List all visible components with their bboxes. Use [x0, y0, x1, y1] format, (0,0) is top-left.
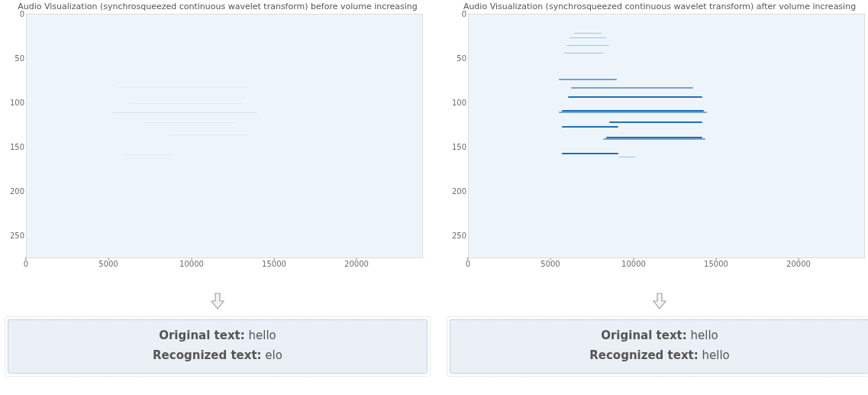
ytick: 200 [452, 187, 466, 196]
ytick: 250 [452, 231, 466, 240]
panel-before: Audio Visualization (synchrosqueezed con… [5, 0, 431, 377]
ytick: 0 [462, 10, 466, 18]
ytick: 150 [10, 143, 24, 151]
panel-after: Audio Visualization (synchrosqueezed con… [447, 0, 868, 377]
ytick: 100 [10, 99, 24, 107]
arrow-before [5, 292, 431, 316]
xtick: 5000 [98, 260, 118, 268]
xtick: 5000 [540, 260, 560, 268]
result-original-before: Original text: hello [11, 326, 424, 346]
xtick: 0 [466, 260, 470, 268]
ytick: 250 [10, 231, 24, 240]
result-recognized-before: Recognized text: elo [11, 346, 424, 366]
result-recognized-after: Recognized text: hello [453, 346, 866, 366]
result-box-after: Original text: hello Recognized text: he… [450, 319, 868, 374]
xtick: 15000 [704, 260, 728, 268]
xtick: 15000 [262, 260, 286, 268]
down-arrow-icon [210, 292, 225, 310]
xtick: 0 [24, 260, 28, 268]
ytick: 0 [20, 10, 24, 18]
down-arrow-icon [652, 292, 667, 310]
xtick: 20000 [786, 260, 811, 268]
plot-area-after [468, 14, 865, 258]
page: Audio Visualization (synchrosqueezed con… [0, 0, 868, 395]
chart-title-before: Audio Visualization (synchrosqueezed con… [5, 2, 431, 11]
xtick: 20000 [344, 260, 369, 268]
ytick: 200 [10, 187, 24, 196]
result-outer-after: Original text: hello Recognized text: he… [447, 316, 868, 377]
arrow-after [447, 292, 868, 316]
result-original-after: Original text: hello [453, 326, 866, 346]
chart-title-after: Audio Visualization (synchrosqueezed con… [447, 2, 868, 11]
plot-area-before [26, 14, 423, 258]
result-box-before: Original text: hello Recognized text: el… [8, 319, 428, 374]
xtick: 10000 [621, 260, 646, 268]
ytick: 100 [452, 99, 466, 107]
ytick: 50 [457, 54, 466, 63]
ytick: 50 [15, 54, 24, 63]
chart-before: Audio Visualization (synchrosqueezed con… [5, 0, 431, 290]
ytick: 150 [452, 143, 466, 151]
chart-after: Audio Visualization (synchrosqueezed con… [447, 0, 868, 290]
xtick: 10000 [179, 260, 204, 268]
result-outer-before: Original text: hello Recognized text: el… [5, 316, 431, 377]
